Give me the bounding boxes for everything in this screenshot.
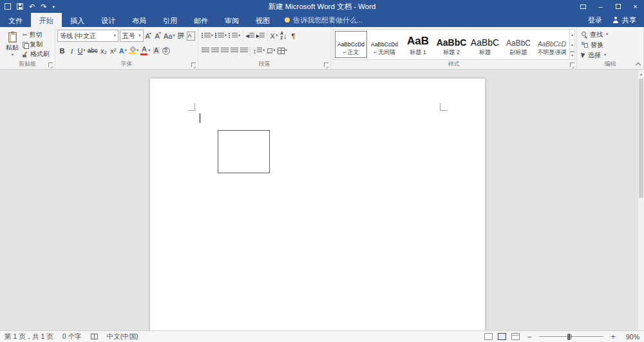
zoom-out-button[interactable]: − bbox=[525, 332, 534, 341]
style-subtitle[interactable]: AaBbC 副标题 bbox=[502, 31, 535, 58]
clipboard-dialog-launcher-icon[interactable] bbox=[48, 62, 53, 67]
styles-more-icon[interactable]: ▾ bbox=[570, 50, 574, 59]
show-hide-marks-button[interactable]: ¶ bbox=[289, 30, 298, 42]
style-heading-1[interactable]: AaB 标题 1 bbox=[402, 31, 434, 58]
minimize-icon[interactable]: – bbox=[592, 0, 609, 13]
tab-review[interactable]: 审阅 bbox=[216, 13, 247, 27]
document-page[interactable] bbox=[150, 79, 485, 330]
underline-button[interactable]: U▾ bbox=[77, 44, 86, 57]
copy-button[interactable]: 复制 bbox=[23, 40, 50, 49]
share-button[interactable]: 共享 bbox=[612, 15, 636, 25]
style-normal[interactable]: AaBbCcDd ↵正文 bbox=[335, 31, 367, 58]
grow-font-button[interactable]: A▴ bbox=[144, 30, 153, 42]
up-triangle-icon: ▴ bbox=[149, 30, 151, 36]
word-count-status[interactable]: 0 个字 bbox=[62, 332, 82, 341]
proofing-status-button[interactable] bbox=[91, 334, 98, 339]
borders-button[interactable]: ▾ bbox=[276, 44, 288, 57]
chevron-down-icon: ▾ bbox=[225, 33, 227, 38]
rectangle-shape[interactable] bbox=[218, 130, 270, 173]
chevron-down-icon: ▾ bbox=[12, 53, 14, 57]
scrollbar-thumb[interactable] bbox=[639, 79, 643, 198]
qat-customize-icon[interactable]: ▾ bbox=[52, 5, 55, 9]
vertical-scrollbar[interactable]: ▴ bbox=[638, 70, 644, 330]
italic-button[interactable]: I bbox=[67, 44, 77, 57]
scroll-up-icon[interactable]: ▴ bbox=[638, 70, 644, 77]
change-case-glyph: Aa bbox=[164, 32, 172, 40]
font-name-select[interactable]: 等线 (中文正 ▾ bbox=[57, 30, 118, 42]
zoom-slider[interactable] bbox=[539, 333, 603, 341]
numbering-button[interactable]: ▾ bbox=[214, 30, 227, 42]
tab-home[interactable]: 开始 bbox=[31, 13, 62, 27]
bold-button[interactable]: B bbox=[57, 44, 67, 57]
undo-icon[interactable]: ↶ bbox=[29, 3, 35, 10]
paste-button[interactable]: 粘贴 ▾ bbox=[2, 29, 23, 60]
text-effects-button[interactable]: A▾ bbox=[118, 44, 128, 57]
phonetic-guide-button[interactable]: 拼 bbox=[176, 30, 185, 42]
zoom-slider-thumb[interactable] bbox=[567, 334, 571, 340]
style-no-spacing[interactable]: AaBbCcDd ↵无间隔 bbox=[368, 31, 401, 58]
replace-button[interactable]: 替换 bbox=[579, 40, 641, 50]
zoom-in-button[interactable]: + bbox=[609, 332, 618, 341]
shrink-font-button[interactable]: A▾ bbox=[153, 30, 163, 42]
style-title[interactable]: AaBbC 标题 bbox=[469, 31, 501, 58]
tab-references[interactable]: 引用 bbox=[155, 13, 185, 27]
word-app-icon[interactable] bbox=[5, 3, 11, 10]
increase-indent-button[interactable]: ▸ bbox=[255, 30, 266, 42]
change-case-button[interactable]: Aa▾ bbox=[163, 30, 176, 42]
superscript-button[interactable]: x² bbox=[108, 44, 118, 57]
find-button[interactable]: 查找 ▾ bbox=[579, 30, 641, 39]
format-painter-button[interactable]: 格式刷 bbox=[23, 50, 50, 59]
font-dialog-launcher-icon[interactable] bbox=[191, 62, 196, 67]
shading-button[interactable]: ▾ bbox=[266, 44, 276, 57]
select-button[interactable]: 选择 ▾ bbox=[579, 50, 641, 60]
tell-me-box[interactable]: 告诉我您想要做什么... bbox=[278, 13, 369, 27]
ribbon-display-options-icon[interactable] bbox=[574, 0, 592, 13]
highlight-color-button[interactable]: ▾ bbox=[128, 44, 140, 57]
maximize-icon[interactable] bbox=[609, 0, 627, 13]
up-down-arrow-icon: ↕ bbox=[253, 47, 257, 55]
font-size-select[interactable]: 五号 ▾ bbox=[120, 30, 144, 42]
collapse-ribbon-icon[interactable] bbox=[636, 62, 640, 66]
sign-in-link[interactable]: 登录 bbox=[588, 15, 602, 25]
zoom-level[interactable]: 90% bbox=[623, 333, 639, 341]
page-number-status[interactable]: 第 1 页，共 1 页 bbox=[5, 332, 53, 341]
font-color-button[interactable]: A▾ bbox=[140, 44, 151, 57]
multilevel-list-button[interactable]: ▾ bbox=[228, 30, 242, 42]
cut-button[interactable]: ✂ 剪切 bbox=[23, 30, 50, 39]
tab-view[interactable]: 视图 bbox=[247, 13, 278, 27]
justify-button[interactable] bbox=[229, 44, 239, 57]
save-icon[interactable] bbox=[17, 3, 23, 10]
tab-design[interactable]: 设计 bbox=[93, 13, 124, 27]
align-center-button[interactable] bbox=[210, 44, 220, 57]
sort-button[interactable]: AZ↓ bbox=[279, 30, 289, 42]
subscript-button[interactable]: x₂ bbox=[99, 44, 108, 57]
line-spacing-button[interactable]: ↕▾ bbox=[252, 44, 266, 57]
styles-scroll-up-icon[interactable]: ▴ bbox=[570, 30, 574, 40]
align-left-button[interactable] bbox=[200, 44, 210, 57]
close-icon[interactable]: × bbox=[627, 0, 644, 13]
enclose-characters-button[interactable]: 字 bbox=[161, 44, 171, 57]
redo-icon[interactable]: ↷ bbox=[41, 3, 46, 10]
character-border-button[interactable]: A bbox=[185, 30, 196, 42]
web-layout-button[interactable] bbox=[511, 333, 520, 340]
styles-dialog-launcher-icon[interactable] bbox=[570, 62, 574, 67]
align-right-button[interactable] bbox=[220, 44, 229, 57]
character-shading-button[interactable]: A bbox=[151, 44, 161, 57]
decrease-indent-button[interactable]: ◂ bbox=[245, 30, 256, 42]
paragraph-dialog-launcher-icon[interactable] bbox=[324, 62, 328, 67]
style-heading-2[interactable]: AaBbC 标题 2 bbox=[435, 31, 468, 58]
bullets-button[interactable]: ▾ bbox=[200, 30, 214, 42]
language-status[interactable]: 中文(中国) bbox=[107, 332, 138, 341]
tab-mailings[interactable]: 邮件 bbox=[185, 13, 216, 27]
style-subtle-emphasis[interactable]: AaBbCcD 不明显强调 bbox=[536, 31, 568, 58]
styles-scroll-down-icon[interactable]: ▾ bbox=[570, 40, 574, 50]
tab-insert[interactable]: 插入 bbox=[62, 13, 93, 27]
strikethrough-button[interactable]: abc bbox=[86, 44, 99, 57]
distribute-button[interactable] bbox=[239, 44, 249, 57]
asian-layout-button[interactable]: X▾ bbox=[269, 30, 279, 42]
clipboard-group: 粘贴 ▾ ✂ 剪切 复制 格式刷 剪贴板 bbox=[0, 27, 55, 69]
tab-file[interactable]: 文件 bbox=[0, 13, 31, 27]
tab-layout[interactable]: 布局 bbox=[124, 13, 155, 27]
print-layout-button[interactable] bbox=[498, 333, 506, 340]
read-mode-button[interactable] bbox=[484, 333, 493, 340]
